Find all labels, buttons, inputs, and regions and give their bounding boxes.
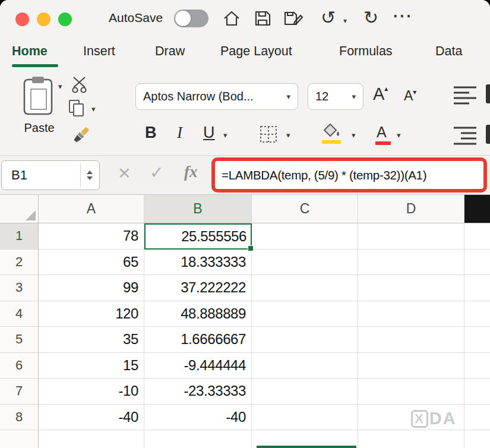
copy-dropdown-chevron-icon[interactable]: ▾	[91, 105, 96, 113]
cell-C2[interactable]	[252, 250, 358, 276]
cell-C7[interactable]	[252, 378, 358, 405]
cell-E5[interactable]	[464, 327, 490, 353]
cell-D1[interactable]	[358, 223, 464, 250]
cell-C8[interactable]	[252, 405, 358, 431]
cell-E4[interactable]	[464, 301, 490, 327]
save-as-icon[interactable]	[283, 9, 302, 28]
font-color-icon[interactable]: A	[377, 124, 387, 141]
more-commands-icon[interactable]: ⋯	[392, 6, 413, 25]
undo-icon[interactable]: ↺	[321, 8, 336, 27]
cell-B2[interactable]: 18.333333	[144, 250, 252, 276]
cell-B8[interactable]: -40	[144, 405, 252, 431]
cell-E6[interactable]	[464, 353, 490, 379]
cell-C3[interactable]	[252, 275, 358, 301]
format-painter-icon[interactable]	[69, 125, 91, 147]
column-header-c[interactable]: C	[252, 195, 358, 223]
undo-chevron-icon[interactable]: ▾	[343, 17, 347, 25]
italic-button[interactable]: I	[177, 124, 182, 142]
cell-D2[interactable]	[358, 250, 464, 276]
cell-A9[interactable]	[39, 430, 144, 448]
cell-B6[interactable]: -9.444444	[144, 353, 252, 379]
select-all-corner[interactable]	[0, 195, 39, 223]
cell-A4[interactable]: 120	[39, 301, 144, 327]
copy-icon[interactable]	[69, 100, 87, 118]
close-window-button[interactable]	[15, 12, 29, 26]
row-header-9[interactable]	[0, 430, 39, 448]
column-header-d[interactable]: D	[358, 195, 464, 223]
column-header-a[interactable]: A	[39, 195, 144, 223]
formula-input[interactable]: =LAMBDA(temp, (5/9) * (temp-32))(A1)	[222, 168, 426, 182]
cancel-entry-icon[interactable]: ✕	[118, 164, 131, 183]
cell-E9[interactable]	[464, 430, 490, 448]
cell-B5[interactable]: 1.6666667	[144, 327, 252, 353]
stepper-down-icon[interactable]	[87, 176, 93, 180]
shrink-font-button[interactable]: A▾	[404, 88, 416, 104]
row-header-4[interactable]: 4	[0, 301, 39, 327]
tab-data[interactable]: Data	[435, 44, 462, 59]
row-header-3[interactable]: 3	[0, 275, 39, 301]
row-header-1[interactable]: 1	[0, 223, 39, 250]
insert-function-icon[interactable]: fx	[184, 163, 198, 181]
cell-D9[interactable]	[358, 430, 464, 448]
cell-D4[interactable]	[358, 301, 464, 327]
cell-B1[interactable]: 25.555556	[144, 223, 252, 250]
cut-icon[interactable]	[70, 76, 89, 94]
bold-button[interactable]: B	[145, 124, 157, 142]
font-name-select[interactable]: Aptos Narrow (Bod... ▾	[135, 83, 298, 110]
paste-button[interactable]	[21, 75, 56, 118]
indent-icon[interactable]	[454, 126, 478, 145]
confirm-entry-icon[interactable]: ✓	[150, 163, 163, 182]
cell-E7[interactable]	[464, 378, 490, 405]
cell-A3[interactable]: 99	[39, 275, 144, 301]
cell-B7[interactable]: -23.33333	[144, 378, 252, 405]
fill-color-icon[interactable]	[321, 122, 342, 139]
grow-font-button[interactable]: A▴	[373, 84, 388, 104]
cell-A8[interactable]: -40	[39, 405, 144, 431]
cell-B9[interactable]	[144, 430, 252, 448]
row-header-7[interactable]: 7	[0, 378, 39, 405]
align-text-icon[interactable]	[454, 86, 478, 105]
paste-dropdown-chevron-icon[interactable]: ▾	[58, 82, 62, 91]
row-header-5[interactable]: 5	[0, 327, 39, 353]
cell-E2[interactable]	[464, 250, 490, 276]
borders-icon[interactable]	[259, 125, 278, 144]
name-box[interactable]: B1	[1, 160, 100, 190]
redo-icon[interactable]: ↻	[363, 8, 378, 27]
autosave-toggle[interactable]	[174, 10, 208, 27]
tab-home[interactable]: Home	[12, 44, 48, 59]
home-icon[interactable]	[222, 9, 241, 28]
cell-C1[interactable]	[252, 223, 358, 250]
font-size-select[interactable]: 12 ▾	[308, 83, 363, 110]
cell-C6[interactable]	[252, 353, 358, 379]
cell-A5[interactable]: 35	[39, 327, 144, 353]
tab-insert[interactable]: Insert	[83, 44, 115, 59]
cell-E1[interactable]	[464, 223, 490, 250]
tab-page-layout[interactable]: Page Layout	[220, 44, 292, 59]
stepper-up-icon[interactable]	[87, 171, 93, 174]
tab-formulas[interactable]: Formulas	[339, 44, 393, 59]
cell-A1[interactable]: 78	[39, 223, 144, 250]
cell-A2[interactable]: 65	[39, 250, 144, 276]
cell-D5[interactable]	[358, 327, 464, 353]
minimize-window-button[interactable]	[37, 12, 50, 26]
underline-button[interactable]: U	[203, 124, 215, 142]
cell-E3[interactable]	[464, 275, 490, 301]
underline-chevron-icon[interactable]: ▾	[223, 131, 227, 140]
zoom-window-button[interactable]	[58, 12, 72, 26]
row-header-8[interactable]: 8	[0, 405, 39, 431]
cell-D6[interactable]	[358, 353, 464, 379]
column-header-b[interactable]: B	[144, 195, 252, 223]
fill-color-chevron-icon[interactable]: ▾	[352, 131, 356, 140]
save-icon[interactable]	[253, 9, 272, 28]
tab-draw[interactable]: Draw	[155, 44, 185, 59]
cell-C4[interactable]	[252, 301, 358, 327]
row-header-6[interactable]: 6	[0, 353, 39, 379]
cell-E8[interactable]	[464, 405, 490, 431]
borders-chevron-icon[interactable]: ▾	[286, 131, 290, 140]
cell-B4[interactable]: 48.888889	[144, 301, 252, 327]
cell-C5[interactable]	[252, 327, 358, 353]
row-header-2[interactable]: 2	[0, 250, 39, 276]
font-color-chevron-icon[interactable]: ▾	[397, 131, 401, 140]
cell-B3[interactable]: 37.222222	[144, 275, 252, 301]
name-box-stepper[interactable]	[80, 163, 98, 187]
